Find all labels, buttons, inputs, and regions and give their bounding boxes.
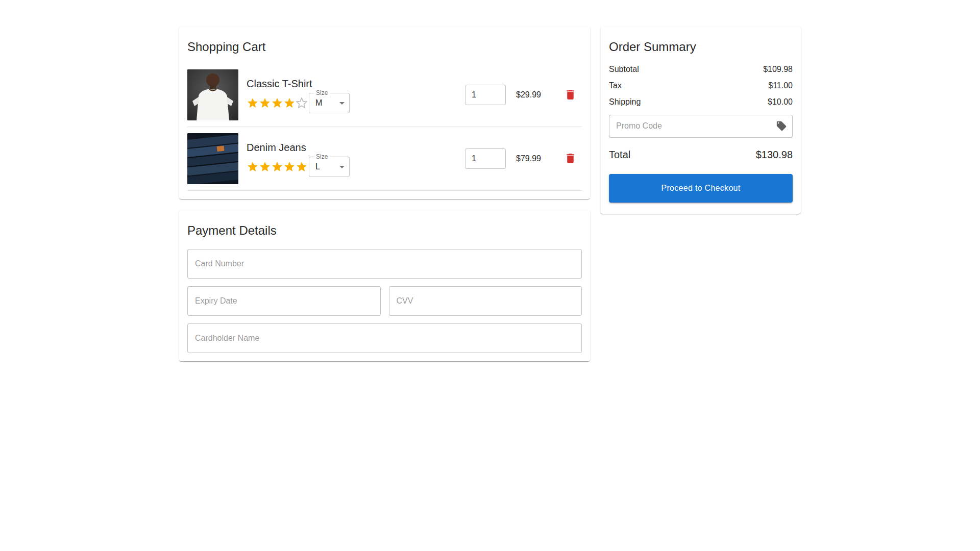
summary-value: $109.98 [763,63,793,76]
item-price: $29.99 [516,90,551,99]
rating-stars[interactable] [247,97,308,109]
star-icon [271,97,283,109]
promo-code-wrap [609,115,793,138]
shopping-cart-title: Shopping Cart [187,39,582,55]
star-icon [283,97,296,109]
trash-icon [564,88,577,101]
summary-row-shipping: Shipping $10.00 [609,96,793,108]
delete-item-button[interactable] [560,84,581,105]
star-icon [271,161,283,173]
cart-item-classic-t-shirt: Classic T-Shirt Size M $29.99 [187,63,582,127]
size-select-value: L [315,162,320,171]
total-value: $130.98 [756,149,793,161]
product-image-white-tshirt [187,69,238,120]
summary-value: $11.00 [768,80,793,92]
size-select-label: Size [314,89,330,97]
product-image-denim-jeans [187,133,238,184]
chevron-down-icon [336,97,348,109]
chevron-down-icon [336,161,348,173]
cvv-field-wrap [389,286,582,316]
rating-stars[interactable] [247,161,308,173]
product-name: Denim Jeans [247,140,350,155]
denim-jeans-illustration [187,133,238,184]
trash-icon [564,152,577,165]
expiry-date-field[interactable] [187,286,381,316]
star-icon [247,97,259,109]
cardholder-name-field[interactable] [187,323,582,353]
item-info: Classic T-Shirt Size M [247,77,350,113]
product-name: Classic T-Shirt [247,77,350,91]
star-icon [247,161,259,173]
order-summary-title: Order Summary [609,39,793,55]
size-select[interactable]: Size M [309,93,350,113]
payment-details-title: Payment Details [187,222,582,239]
total-label: Total [609,149,630,161]
summary-row-subtotal: Subtotal $109.98 [609,63,793,76]
white-tshirt-illustration [187,69,238,120]
star-icon [283,161,296,173]
proceed-to-checkout-button[interactable]: Proceed to Checkout [609,174,793,203]
star-icon [259,161,271,173]
star-icon [296,161,308,173]
item-meta: Size M [247,93,350,113]
cardholder-field-wrap [187,323,582,353]
main-layout: Shopping Cart [179,0,801,361]
size-select-label: Size [314,153,330,161]
page: Shopping Cart [0,0,980,551]
quantity-input[interactable] [465,148,506,169]
star-outline-icon [296,97,308,109]
delete-item-button[interactable] [560,148,581,169]
expiry-cvv-row [187,286,582,316]
tag-icon [776,120,787,132]
shopping-cart-card: Shopping Cart [179,27,590,199]
total-row: Total $130.98 [609,149,793,161]
cvv-field[interactable] [389,286,582,316]
size-select-value: M [315,98,322,108]
item-price: $79.99 [516,154,551,163]
payment-details-card: Payment Details [179,210,590,361]
summary-label: Shipping [609,96,641,108]
summary-value: $10.00 [768,96,793,108]
card-number-field-wrap [187,249,582,279]
star-icon [259,97,271,109]
item-info: Denim Jeans Size L [247,140,350,177]
summary-label: Subtotal [609,63,639,76]
summary-row-tax: Tax $11.00 [609,80,793,92]
promo-code-input[interactable] [609,115,793,138]
card-number-field[interactable] [187,249,582,279]
cart-item-denim-jeans: Denim Jeans Size L $79.99 [187,127,582,191]
left-column: Shopping Cart [179,27,590,361]
quantity-input[interactable] [465,85,506,105]
item-meta: Size L [247,157,350,177]
order-summary-card: Order Summary Subtotal $109.98 Tax $11.0… [601,27,801,214]
size-select[interactable]: Size L [309,157,350,177]
right-column: Order Summary Subtotal $109.98 Tax $11.0… [601,27,801,214]
expiry-field-wrap [187,286,381,316]
summary-label: Tax [609,80,622,92]
